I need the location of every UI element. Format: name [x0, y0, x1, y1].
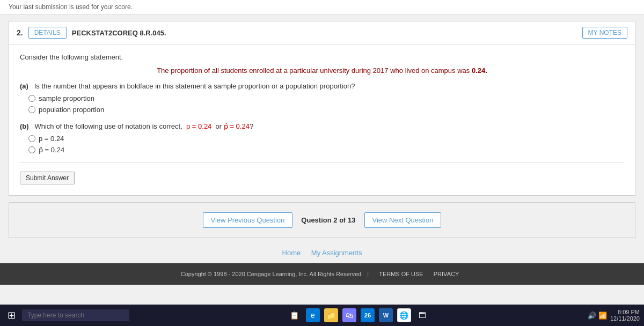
- counter-of: of 13: [339, 216, 355, 224]
- footer-links: Home My Assignments: [0, 238, 644, 263]
- copyright-text: Copyright © 1998 - 2020 Cengage Learning…: [181, 271, 361, 277]
- navigation-area: View Previous Question Question 2 of 13 …: [9, 202, 635, 238]
- part-b-question: (b) Which of the following use of notati…: [20, 122, 624, 130]
- counter-num: 2: [333, 216, 337, 224]
- label-population-proportion: population proportion: [39, 106, 104, 114]
- question-number: 2.: [17, 28, 23, 37]
- question-id: PECKSTAT2COREQ 8.R.045.: [72, 29, 166, 37]
- option-sample-proportion[interactable]: sample proportion: [28, 94, 624, 102]
- radio-sample-proportion[interactable]: [28, 95, 35, 102]
- taskbar: ⊞ 📋 e 📁 🛍 26 W 🌐 🗔 🔊 📶 8:09 PM 12/11/202…: [0, 305, 644, 312]
- divider: [20, 162, 624, 163]
- statement-text: The proportion of all students enrolled …: [20, 66, 624, 75]
- separator: |: [367, 271, 369, 277]
- radio-population-proportion[interactable]: [28, 106, 35, 113]
- prev-question-button[interactable]: View Previous Question: [203, 212, 293, 228]
- bold-value: 0.24.: [472, 66, 487, 75]
- part-b: (b) Which of the following use of notati…: [20, 122, 624, 154]
- p-hat-equals: p̂ = 0.24: [224, 122, 250, 130]
- taskbar-right: 🔊 📶 8:09 PM 12/11/2020: [588, 309, 640, 312]
- next-question-button[interactable]: View Next Question: [364, 212, 442, 228]
- time-display: 8:09 PM: [610, 309, 640, 312]
- part-a-label: (a): [20, 82, 28, 90]
- dark-icon[interactable]: 🗔: [415, 308, 429, 312]
- option-p-hat-equals[interactable]: p̂ = 0.24: [28, 146, 624, 154]
- chrome-icon[interactable]: 🌐: [397, 308, 411, 312]
- network-icon: 🔊: [588, 312, 596, 312]
- question-counter: Question 2 of 13: [292, 216, 364, 224]
- my-notes-button[interactable]: MY NOTES: [582, 27, 627, 39]
- assignments-link[interactable]: My Assignments: [311, 249, 362, 257]
- volume-icon: 📶: [598, 312, 607, 312]
- edge-icon[interactable]: e: [306, 308, 320, 312]
- notification-text: Your last submission is used for your sc…: [9, 3, 133, 11]
- question-end: ?: [250, 122, 253, 130]
- radio-p-hat-equals[interactable]: [28, 146, 35, 153]
- counter-text: Question: [301, 216, 331, 224]
- taskbar-time: 8:09 PM 12/11/2020: [610, 309, 640, 312]
- taskbar-search[interactable]: [22, 309, 129, 312]
- question-container: 2. DETAILS PECKSTAT2COREQ 8.R.045. MY NO…: [9, 21, 635, 196]
- consider-text: Consider the following statement.: [20, 53, 624, 61]
- part-b-label: (b): [20, 122, 29, 130]
- label-p-hat-equals: p̂ = 0.24: [39, 146, 64, 154]
- terms-link[interactable]: TERMS OF USE: [379, 271, 423, 277]
- question-header-left: 2. DETAILS PECKSTAT2COREQ 8.R.045.: [17, 27, 166, 39]
- num-icon[interactable]: 26: [361, 308, 375, 312]
- or-text: or: [216, 122, 222, 130]
- top-notification-bar: Your last submission is used for your sc…: [0, 0, 644, 14]
- question-header: 2. DETAILS PECKSTAT2COREQ 8.R.045. MY NO…: [9, 21, 635, 45]
- home-link[interactable]: Home: [282, 249, 301, 257]
- system-icons: 🔊 📶: [588, 312, 607, 312]
- label-p-equals: p = 0.24: [39, 135, 64, 143]
- taskmanager-icon[interactable]: 📋: [288, 308, 302, 312]
- folder-icon[interactable]: 📁: [324, 308, 338, 312]
- taskbar-left: ⊞: [4, 308, 129, 312]
- part-a-question: (a) Is the number that appears in boldfa…: [20, 82, 624, 90]
- word-icon[interactable]: W: [379, 308, 393, 312]
- store-icon[interactable]: 🛍: [342, 308, 356, 312]
- submit-answer-button[interactable]: Submit Answer: [20, 172, 75, 184]
- question-body: Consider the following statement. The pr…: [9, 45, 635, 195]
- statement-sentence: The proportion of all students enrolled …: [157, 66, 470, 75]
- privacy-link[interactable]: PRIVACY: [434, 271, 459, 277]
- start-button[interactable]: ⊞: [4, 308, 19, 312]
- part-b-text-start: Which of the following use of notation i…: [34, 122, 182, 130]
- radio-p-equals[interactable]: [28, 135, 35, 142]
- copyright-bar: Copyright © 1998 - 2020 Cengage Learning…: [0, 263, 644, 285]
- taskbar-icons: 📋 e 📁 🛍 26 W 🌐 🗔: [288, 308, 429, 312]
- part-a-text: Is the number that appears in boldface i…: [34, 82, 355, 90]
- p-equals: p = 0.24: [186, 122, 211, 130]
- details-button[interactable]: DETAILS: [28, 27, 67, 39]
- option-p-equals[interactable]: p = 0.24: [28, 135, 624, 143]
- label-sample-proportion: sample proportion: [39, 94, 94, 102]
- option-population-proportion[interactable]: population proportion: [28, 106, 624, 114]
- part-a: (a) Is the number that appears in boldfa…: [20, 82, 624, 114]
